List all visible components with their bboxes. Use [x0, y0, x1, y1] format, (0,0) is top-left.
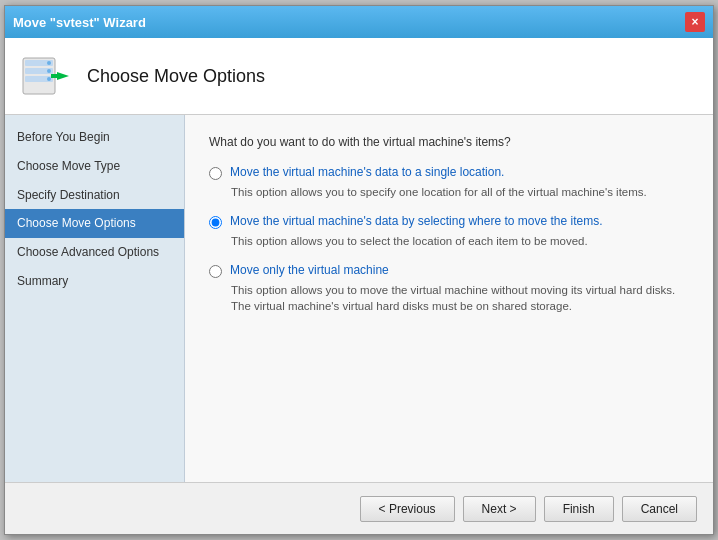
option-2-desc: This option allows you to select the loc… [231, 233, 689, 249]
title-bar: Move "svtest" Wizard × [5, 6, 713, 38]
svg-point-6 [47, 77, 51, 81]
header-icon [21, 50, 73, 102]
close-button[interactable]: × [685, 12, 705, 32]
sidebar-item-choose-move-type[interactable]: Choose Move Type [5, 152, 184, 181]
next-button[interactable]: Next > [463, 496, 536, 522]
svg-point-4 [47, 61, 51, 65]
previous-button[interactable]: < Previous [360, 496, 455, 522]
radio-option-1[interactable] [209, 167, 222, 180]
finish-button[interactable]: Finish [544, 496, 614, 522]
sidebar-item-choose-advanced-options[interactable]: Choose Advanced Options [5, 238, 184, 267]
option-group-2: Move the virtual machine's data by selec… [209, 214, 689, 249]
option-row-3: Move only the virtual machine [209, 263, 689, 278]
page-title: Choose Move Options [87, 66, 265, 87]
wizard-window: Move "svtest" Wizard × Choose Move Optio… [4, 5, 714, 535]
radio-option-2[interactable] [209, 216, 222, 229]
cancel-button[interactable]: Cancel [622, 496, 697, 522]
content-area: Before You Begin Choose Move Type Specif… [5, 115, 713, 482]
option-1-label[interactable]: Move the virtual machine's data to a sin… [230, 165, 504, 179]
option-1-desc: This option allows you to specify one lo… [231, 184, 689, 200]
sidebar-item-summary[interactable]: Summary [5, 267, 184, 296]
option-row-2: Move the virtual machine's data by selec… [209, 214, 689, 229]
footer: < Previous Next > Finish Cancel [5, 482, 713, 534]
sidebar: Before You Begin Choose Move Type Specif… [5, 115, 185, 482]
option-3-label[interactable]: Move only the virtual machine [230, 263, 389, 277]
header-area: Choose Move Options [5, 38, 713, 115]
main-panel: What do you want to do with the virtual … [185, 115, 713, 482]
radio-option-3[interactable] [209, 265, 222, 278]
sidebar-item-choose-move-options[interactable]: Choose Move Options [5, 209, 184, 238]
main-question: What do you want to do with the virtual … [209, 135, 689, 149]
server-move-icon [21, 50, 73, 102]
sidebar-item-before-you-begin[interactable]: Before You Begin [5, 123, 184, 152]
option-group-3: Move only the virtual machine This optio… [209, 263, 689, 314]
option-row-1: Move the virtual machine's data to a sin… [209, 165, 689, 180]
option-3-desc: This option allows you to move the virtu… [231, 282, 689, 314]
window-title: Move "svtest" Wizard [13, 15, 146, 30]
option-group-1: Move the virtual machine's data to a sin… [209, 165, 689, 200]
option-2-label[interactable]: Move the virtual machine's data by selec… [230, 214, 602, 228]
sidebar-item-specify-destination[interactable]: Specify Destination [5, 181, 184, 210]
svg-point-5 [47, 69, 51, 73]
